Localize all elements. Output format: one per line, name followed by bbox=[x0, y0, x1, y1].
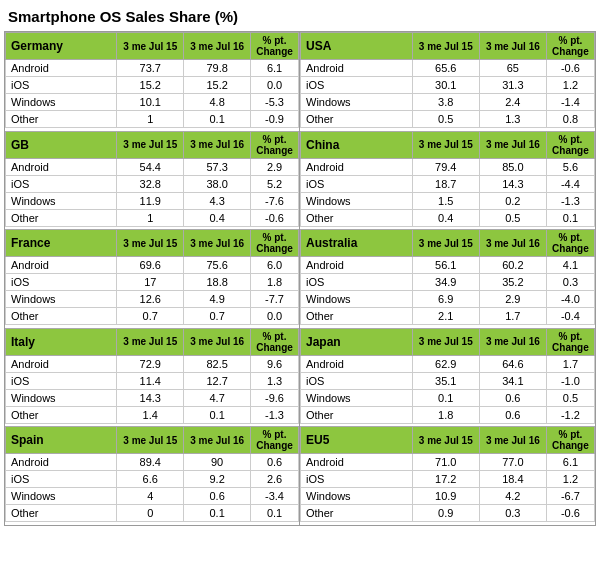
region-table-france: France3 me Jul 153 me Jul 16% pt.ChangeA… bbox=[5, 229, 299, 328]
region-table-japan: Japan3 me Jul 153 me Jul 16% pt.ChangeAn… bbox=[300, 328, 595, 427]
col-header-0: 3 me Jul 15 bbox=[412, 33, 479, 60]
table-row: Windows0.10.60.5 bbox=[301, 389, 595, 406]
data-cell: 6.0 bbox=[251, 257, 299, 274]
data-cell: 0.7 bbox=[184, 308, 251, 325]
table-row: iOS11.412.71.3 bbox=[6, 372, 299, 389]
table-row: Other1.40.1-1.3 bbox=[6, 406, 299, 423]
data-cell: 0.4 bbox=[184, 209, 251, 226]
data-cell: -4.4 bbox=[546, 175, 594, 192]
os-name: Windows bbox=[6, 94, 117, 111]
table-row: Other1.80.6-1.2 bbox=[301, 406, 595, 423]
col-header-0: 3 me Jul 15 bbox=[412, 230, 479, 257]
os-name: Windows bbox=[301, 192, 413, 209]
os-name: Android bbox=[6, 355, 117, 372]
table-row: iOS34.935.20.3 bbox=[301, 274, 595, 291]
table-row: iOS17.218.41.2 bbox=[301, 471, 595, 488]
data-cell: 6.6 bbox=[117, 471, 184, 488]
data-cell: 71.0 bbox=[412, 454, 479, 471]
region-table-usa: USA3 me Jul 153 me Jul 16% pt.ChangeAndr… bbox=[300, 32, 595, 131]
data-cell: -9.6 bbox=[251, 389, 299, 406]
table-row: Android69.675.66.0 bbox=[6, 257, 299, 274]
os-name: Windows bbox=[6, 291, 117, 308]
col-header-0: 3 me Jul 15 bbox=[117, 230, 184, 257]
data-cell: 0.0 bbox=[251, 77, 299, 94]
os-name: iOS bbox=[6, 77, 117, 94]
data-cell: 1 bbox=[117, 209, 184, 226]
data-cell: 9.6 bbox=[251, 355, 299, 372]
data-cell: -4.0 bbox=[546, 291, 594, 308]
table-row: iOS30.131.31.2 bbox=[301, 77, 595, 94]
os-name: iOS bbox=[6, 471, 117, 488]
os-name: Android bbox=[301, 454, 413, 471]
data-cell: 4.8 bbox=[184, 94, 251, 111]
data-cell: 0.2 bbox=[479, 192, 546, 209]
os-name: Android bbox=[6, 158, 117, 175]
os-name: Other bbox=[6, 505, 117, 522]
region-table-eu5: EU53 me Jul 153 me Jul 16% pt.ChangeAndr… bbox=[300, 426, 595, 525]
data-cell: -0.4 bbox=[546, 308, 594, 325]
data-cell: 0.5 bbox=[412, 111, 479, 128]
data-cell: 89.4 bbox=[117, 454, 184, 471]
data-cell: 18.4 bbox=[479, 471, 546, 488]
region-name: China bbox=[301, 131, 413, 158]
data-cell: 15.2 bbox=[117, 77, 184, 94]
table-row: iOS6.69.22.6 bbox=[6, 471, 299, 488]
content-area: Germany3 me Jul 153 me Jul 16% pt.Change… bbox=[4, 31, 596, 526]
data-cell: -0.9 bbox=[251, 111, 299, 128]
region-table-china: China3 me Jul 153 me Jul 16% pt.ChangeAn… bbox=[300, 131, 595, 230]
table-row: Other0.51.30.8 bbox=[301, 111, 595, 128]
data-cell: -7.6 bbox=[251, 192, 299, 209]
table-row: Windows11.94.3-7.6 bbox=[6, 192, 299, 209]
data-cell: 14.3 bbox=[117, 389, 184, 406]
os-name: Windows bbox=[301, 389, 413, 406]
region-table-italy: Italy3 me Jul 153 me Jul 16% pt.ChangeAn… bbox=[5, 328, 299, 427]
data-cell: 0.8 bbox=[546, 111, 594, 128]
data-cell: 18.8 bbox=[184, 274, 251, 291]
data-cell: 0.6 bbox=[479, 406, 546, 423]
region-name: Australia bbox=[301, 230, 413, 257]
data-cell: 90 bbox=[184, 454, 251, 471]
data-cell: 15.2 bbox=[184, 77, 251, 94]
data-cell: 0.1 bbox=[184, 406, 251, 423]
data-cell: 6.9 bbox=[412, 291, 479, 308]
col-header-2: % pt.Change bbox=[251, 427, 299, 454]
data-cell: 0 bbox=[117, 505, 184, 522]
os-name: Other bbox=[6, 209, 117, 226]
data-cell: 1.3 bbox=[479, 111, 546, 128]
table-row: Android54.457.32.9 bbox=[6, 158, 299, 175]
data-cell: 1.7 bbox=[546, 355, 594, 372]
data-cell: 4 bbox=[117, 488, 184, 505]
region-name: Germany bbox=[6, 33, 117, 60]
table-row: Other0.40.50.1 bbox=[301, 209, 595, 226]
data-cell: 12.6 bbox=[117, 291, 184, 308]
data-cell: 35.1 bbox=[412, 372, 479, 389]
data-cell: 64.6 bbox=[479, 355, 546, 372]
os-name: iOS bbox=[301, 372, 413, 389]
table-row: Other00.10.1 bbox=[6, 505, 299, 522]
os-name: Other bbox=[6, 308, 117, 325]
data-cell: 17.2 bbox=[412, 471, 479, 488]
col-header-2: % pt.Change bbox=[251, 33, 299, 60]
data-cell: 65.6 bbox=[412, 60, 479, 77]
data-cell: 56.1 bbox=[412, 257, 479, 274]
region-name: EU5 bbox=[301, 427, 413, 454]
region-table-australia: Australia3 me Jul 153 me Jul 16% pt.Chan… bbox=[300, 229, 595, 328]
page-title: Smartphone OS Sales Share (%) bbox=[4, 4, 596, 31]
data-cell: 0.7 bbox=[117, 308, 184, 325]
data-cell: 2.9 bbox=[479, 291, 546, 308]
col-header-0: 3 me Jul 15 bbox=[412, 427, 479, 454]
os-name: Android bbox=[6, 454, 117, 471]
data-cell: 0.5 bbox=[546, 389, 594, 406]
col-header-1: 3 me Jul 16 bbox=[479, 131, 546, 158]
col-header-2: % pt.Change bbox=[546, 33, 594, 60]
table-row: Android89.4900.6 bbox=[6, 454, 299, 471]
os-name: Android bbox=[301, 60, 413, 77]
data-cell: -7.7 bbox=[251, 291, 299, 308]
col-header-0: 3 me Jul 15 bbox=[412, 131, 479, 158]
col-header-1: 3 me Jul 16 bbox=[184, 33, 251, 60]
col-header-0: 3 me Jul 15 bbox=[117, 33, 184, 60]
data-cell: 5.6 bbox=[546, 158, 594, 175]
data-cell: -6.7 bbox=[546, 488, 594, 505]
col-header-2: % pt.Change bbox=[251, 131, 299, 158]
table-row: Windows14.34.7-9.6 bbox=[6, 389, 299, 406]
